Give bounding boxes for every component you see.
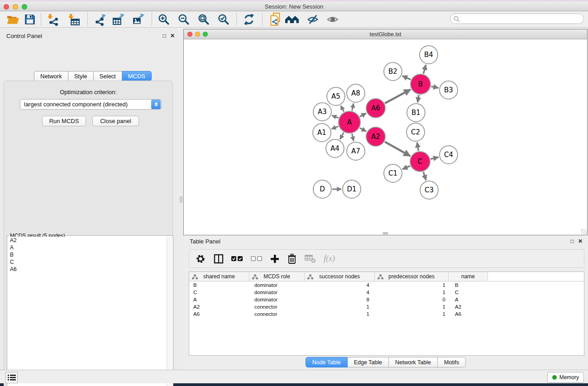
node-A1[interactable]: A1 <box>313 124 331 142</box>
main-toolbar <box>0 11 588 28</box>
svg-text:C4: C4 <box>444 151 453 159</box>
resize-grip-icon[interactable] <box>581 229 587 234</box>
mcds-result-item[interactable]: B <box>8 251 167 258</box>
node-B[interactable]: B <box>411 74 430 94</box>
node-A3[interactable]: A3 <box>313 103 331 121</box>
memory-label: Memory <box>559 374 579 381</box>
save-session-icon[interactable] <box>22 12 38 27</box>
node-D[interactable]: D <box>313 180 331 198</box>
tab-network[interactable]: Network <box>34 71 68 81</box>
zoom-selected-icon[interactable] <box>216 12 231 27</box>
mcds-result-item[interactable]: A <box>8 244 167 251</box>
node-C3[interactable]: C3 <box>420 181 438 199</box>
export-network-icon[interactable] <box>92 12 107 27</box>
node-A2[interactable]: A2 <box>366 127 385 146</box>
cell: 1 <box>375 282 449 288</box>
mcds-result-item[interactable]: C <box>8 258 167 266</box>
run-mcds-button[interactable]: Run MCDS <box>42 116 86 126</box>
tab-network-table[interactable]: Network Table <box>389 357 438 367</box>
node-B1[interactable]: B1 <box>407 104 425 122</box>
node-A6[interactable]: A6 <box>366 99 385 118</box>
table-toolbar: f(x) <box>189 249 584 268</box>
export-image-icon[interactable] <box>130 12 146 27</box>
close-panel-button[interactable]: Close panel <box>92 116 139 126</box>
select-all-icon[interactable] <box>231 253 243 265</box>
search-input[interactable] <box>450 14 584 24</box>
control-panel-title: Control Panel <box>6 33 42 39</box>
apply-function-icon[interactable]: f(x) <box>324 253 335 265</box>
node-A5[interactable]: A5 <box>327 87 345 105</box>
column-header-MCDS-role[interactable]: MCDS role <box>249 272 305 281</box>
home-networks-icon[interactable] <box>284 12 300 27</box>
tab-mcds[interactable]: MCDS <box>122 71 152 81</box>
node-B3[interactable]: B3 <box>440 81 458 99</box>
import-network-icon[interactable] <box>45 12 61 27</box>
task-history-button[interactable] <box>5 372 18 383</box>
table-row-C[interactable]: Cdominator41C <box>189 289 584 296</box>
column-header-successor-nodes[interactable]: successor nodes <box>305 272 375 281</box>
node-C[interactable]: C <box>410 152 430 172</box>
tab-node-table[interactable]: Node Table <box>306 357 348 367</box>
show-graphics-details-icon[interactable] <box>325 12 340 27</box>
close-panel-icon[interactable]: ✕ <box>169 33 176 39</box>
node-B2[interactable]: B2 <box>384 62 402 81</box>
cell: A2 <box>189 304 249 310</box>
node-C1[interactable]: C1 <box>384 164 402 182</box>
network-canvas[interactable]: B4B2BB3A8A5A6A3B1AC2A1A2A4A7C4CC1DD1C3 <box>184 40 587 235</box>
table-options-icon[interactable] <box>195 253 206 265</box>
table-close-icon[interactable]: ✕ <box>577 238 583 244</box>
mcds-scrollbar[interactable] <box>167 237 172 386</box>
tab-style[interactable]: Style <box>68 71 94 81</box>
edge-A2-C <box>385 142 410 156</box>
cell: dominator <box>249 282 305 288</box>
table-float-icon[interactable]: □ <box>569 238 575 244</box>
mcds-result-item[interactable]: A2 <box>8 237 167 244</box>
import-table-icon[interactable] <box>66 12 81 27</box>
deselect-all-icon[interactable] <box>251 253 263 265</box>
node-B4[interactable]: B4 <box>420 46 438 64</box>
column-header-predecessor-nodes[interactable]: predecessor nodes <box>375 272 449 281</box>
node-A4[interactable]: A4 <box>326 139 344 157</box>
hide-unhide-icon[interactable] <box>305 12 320 27</box>
tab-edge-table[interactable]: Edge Table <box>348 357 389 367</box>
mcds-result-list[interactable]: A2ABCA6 <box>8 237 167 386</box>
add-column-icon[interactable] <box>270 253 279 265</box>
delete-table-icon[interactable] <box>305 253 316 265</box>
export-table-icon[interactable] <box>110 12 126 27</box>
column-header-shared-name[interactable]: shared name <box>189 272 249 281</box>
svg-text:A2: A2 <box>371 133 380 141</box>
zoom-out-icon[interactable] <box>176 12 191 27</box>
network-window-title: testGlobe.txt <box>184 31 587 38</box>
delete-column-icon[interactable] <box>287 253 297 265</box>
open-file-icon[interactable] <box>5 12 21 27</box>
tab-motifs[interactable]: Motifs <box>438 357 466 367</box>
table-row-A6[interactable]: A6connector11A6 <box>189 310 584 318</box>
svg-text:C2: C2 <box>411 128 420 136</box>
node-C4[interactable]: C4 <box>440 146 458 164</box>
criterion-dropdown[interactable]: largest connected component (directed) <box>20 99 162 110</box>
clone-network-icon[interactable] <box>268 12 283 27</box>
svg-text:D1: D1 <box>347 185 356 193</box>
table-header-row: shared nameMCDS rolesuccessor nodesprede… <box>189 272 584 281</box>
node-A[interactable]: A <box>339 111 360 133</box>
network-hscroll-thumb[interactable] <box>383 232 388 234</box>
column-header-name[interactable]: name <box>449 272 488 281</box>
zoom-fit-icon[interactable] <box>196 12 211 27</box>
table-row-B[interactable]: Bdominator41B <box>189 281 584 289</box>
memory-button[interactable]: Memory <box>547 372 584 383</box>
tab-select[interactable]: Select <box>94 71 122 81</box>
show-columns-icon[interactable] <box>214 253 224 265</box>
float-panel-icon[interactable]: □ <box>161 33 167 39</box>
splitter-handle[interactable] <box>180 196 182 203</box>
node-A7[interactable]: A7 <box>347 142 365 160</box>
node-D1[interactable]: D1 <box>343 180 361 198</box>
table-row-A[interactable]: Adominator80A <box>189 296 584 303</box>
table-row-A2[interactable]: A2connector11A2 <box>189 303 584 310</box>
svg-text:C3: C3 <box>425 186 434 194</box>
cell: 1 <box>305 304 375 310</box>
node-C2[interactable]: C2 <box>406 123 425 141</box>
mcds-result-item[interactable]: A6 <box>8 266 167 273</box>
zoom-in-icon[interactable] <box>156 12 172 27</box>
refresh-icon[interactable] <box>241 12 257 27</box>
node-A8[interactable]: A8 <box>347 84 365 102</box>
